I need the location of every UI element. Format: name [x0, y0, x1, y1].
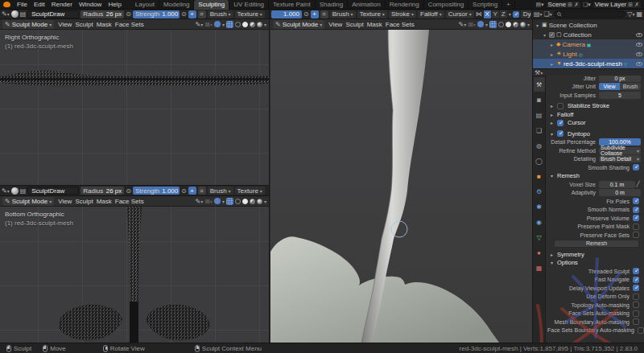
- panel-header-options[interactable]: ▾Options: [547, 259, 641, 268]
- properties-tab-scene[interactable]: ◍: [534, 138, 545, 153]
- viewport-menu-view[interactable]: View: [327, 21, 344, 28]
- strength-pressure-icon[interactable]: ⊙: [181, 10, 187, 18]
- symmetry-x-toggle[interactable]: X: [484, 10, 491, 18]
- strength-pressure-icon[interactable]: ⊙: [181, 187, 187, 195]
- brush-popover[interactable]: Brush▾: [208, 187, 233, 195]
- viewport-menu-face-sets[interactable]: Face Sets: [114, 21, 146, 28]
- preserve-volume-checkbox[interactable]: [633, 215, 639, 221]
- new-scene-icon[interactable]: ⊞: [568, 2, 572, 8]
- new-view-layer-icon[interactable]: ⊞: [628, 2, 633, 8]
- panel-header-stabilize-stroke[interactable]: ▸Stabilize Stroke: [547, 102, 641, 111]
- symmetry-y-toggle[interactable]: Y: [492, 10, 499, 18]
- snap-icon[interactable]: ⊠▾: [204, 198, 213, 205]
- viewport-canvas[interactable]: Right Orthographic (1) red-3dc-sculpt-me…: [0, 30, 269, 185]
- direction-subtract-button-main[interactable]: =: [320, 10, 328, 18]
- properties-tab-render[interactable]: ◙: [534, 92, 545, 107]
- direction-subtract-button[interactable]: =: [198, 10, 206, 18]
- shading-material-icon[interactable]: [250, 22, 255, 27]
- detailing-dropdown[interactable]: Brush Detail▾: [599, 155, 641, 162]
- strength-slider[interactable]: Strength 1.000: [133, 10, 180, 18]
- face-sets-boundary-auto-masking-checkbox[interactable]: [638, 327, 644, 334]
- visibility-eye-icon[interactable]: [636, 62, 642, 66]
- snap-icon[interactable]: ⊠▾: [468, 21, 476, 28]
- cursor-popover[interactable]: Cursor▾: [446, 10, 474, 18]
- brush-datablock-icon[interactable]: ▤: [20, 10, 27, 18]
- shading-solid-icon[interactable]: [506, 22, 511, 27]
- smooth-normals-checkbox[interactable]: [633, 207, 639, 213]
- editor-type-icon[interactable]: ✎▾: [2, 187, 10, 195]
- use-deform-only-checkbox[interactable]: [633, 293, 639, 300]
- adaptivity-field[interactable]: 0 m: [599, 189, 641, 196]
- tab-rendering[interactable]: Rendering: [386, 0, 424, 10]
- outliner-display-mode-icon[interactable]: ▤▾: [534, 10, 543, 18]
- texture-popover[interactable]: Texture▾: [357, 10, 387, 18]
- shading-rendered-icon[interactable]: [257, 22, 262, 27]
- scene-icon[interactable]: ▤▾: [535, 2, 543, 8]
- topology-auto-masking-checkbox[interactable]: [633, 302, 639, 308]
- mode-selector[interactable]: ✎ Sculpt Mode▾: [2, 20, 54, 29]
- dyntopo-popover[interactable]: Dyntopo▾: [521, 10, 532, 18]
- tab-modeling[interactable]: Modeling: [159, 0, 194, 10]
- cursor-checkbox[interactable]: [557, 120, 564, 126]
- properties-tab-particles[interactable]: ✱: [534, 199, 545, 214]
- stabilize-stroke-checkbox[interactable]: [557, 103, 564, 109]
- properties-tab-texture[interactable]: ▦: [534, 261, 545, 275]
- brush-popover[interactable]: Brush▾: [330, 10, 356, 18]
- view-layer-icon[interactable]: ❏▾: [583, 2, 591, 8]
- preserve-face-sets-checkbox[interactable]: [633, 232, 639, 238]
- viewport-menu-face-sets[interactable]: Face Sets: [114, 198, 146, 205]
- mode-selector[interactable]: ✎ Sculpt Mode▾: [273, 20, 324, 29]
- strength-slider-main[interactable]: 1.000: [271, 10, 302, 18]
- shading-wireframe-icon[interactable]: [498, 22, 504, 27]
- menu-render[interactable]: Render: [48, 0, 76, 9]
- menu-file[interactable]: File: [14, 0, 31, 9]
- shading-solid-icon[interactable]: [242, 199, 248, 204]
- gizmo-icon[interactable]: [477, 21, 484, 27]
- outliner-filter-icon[interactable]: ❏▾: [544, 10, 552, 18]
- disclosure-icon[interactable]: ▾: [536, 23, 540, 28]
- jitter-unit-option-brush[interactable]: Brush: [620, 83, 641, 90]
- direction-add-button-main[interactable]: +: [311, 10, 319, 18]
- brush-name-field[interactable]: SculptDraw: [27, 187, 79, 195]
- stroke-popover[interactable]: Stroke▾: [389, 10, 416, 18]
- overlay-icon[interactable]: ✎▾: [196, 198, 204, 205]
- texture-popover[interactable]: Texture▾: [235, 187, 265, 195]
- overlay-icon[interactable]: ✎▾: [196, 21, 204, 28]
- add-workspace-button[interactable]: +: [502, 0, 515, 10]
- viewport-menu-face-sets[interactable]: Face Sets: [384, 21, 416, 28]
- threaded-sculpt-checkbox[interactable]: [633, 268, 639, 274]
- tab-sculpting[interactable]: Sculpting: [194, 0, 229, 10]
- viewport-menu-sculpt[interactable]: Sculpt: [344, 21, 365, 28]
- tab-scripting[interactable]: Scripting: [469, 0, 502, 10]
- remove-view-layer-icon[interactable]: ✗: [634, 2, 639, 8]
- fix-poles-checkbox[interactable]: [633, 198, 639, 204]
- viewport-bottom-ortho[interactable]: ✎▾ ▤ SculptDraw Radius26 px ⊙ Strength1.…: [0, 185, 270, 343]
- brush-preview-icon[interactable]: [11, 10, 19, 18]
- direction-add-button[interactable]: +: [188, 10, 196, 18]
- viewport-menu-mask[interactable]: Mask: [365, 21, 384, 28]
- falloff-popover[interactable]: Falloff▾: [418, 10, 444, 18]
- panel-header-remesh[interactable]: ▾Remesh: [547, 172, 641, 181]
- strength-slider[interactable]: Strength1.000: [133, 187, 180, 195]
- preserve-paint-mask-checkbox[interactable]: [633, 224, 639, 230]
- face-sets-auto-masking-checkbox[interactable]: [633, 310, 639, 317]
- viewport-right-ortho[interactable]: ✎ Sculpt Mode▾ ViewSculptMaskFace Sets ✎…: [0, 19, 270, 185]
- shading-wireframe-icon[interactable]: [235, 22, 241, 27]
- outliner-row-collection[interactable]: ▾▢Collection: [533, 30, 644, 39]
- visibility-eye-icon[interactable]: [636, 52, 642, 56]
- input-samples-field[interactable]: 5: [599, 92, 641, 99]
- mesh-boundary-auto-masking-checkbox[interactable]: [633, 318, 639, 325]
- tab-texture-paint[interactable]: Texture Paint: [269, 0, 316, 10]
- brush-popover[interactable]: Brush▾: [208, 10, 233, 18]
- brush-preview-icon[interactable]: [11, 187, 19, 195]
- tab-uv-editing[interactable]: UV Editing: [229, 0, 269, 10]
- direction-add-button[interactable]: +: [188, 187, 196, 195]
- menu-window[interactable]: Window: [76, 0, 105, 9]
- mode-selector[interactable]: ✎ Sculpt Mode▾: [2, 197, 54, 206]
- viewport-menu-view[interactable]: View: [56, 21, 73, 28]
- direction-subtract-button[interactable]: =: [198, 187, 206, 195]
- disclosure-icon[interactable]: ▸: [551, 42, 555, 47]
- panel-header-cursor[interactable]: ▸Cursor: [547, 119, 641, 128]
- viewport-menu-mask[interactable]: Mask: [95, 21, 114, 28]
- radius-slider[interactable]: Radius26 px: [80, 187, 124, 195]
